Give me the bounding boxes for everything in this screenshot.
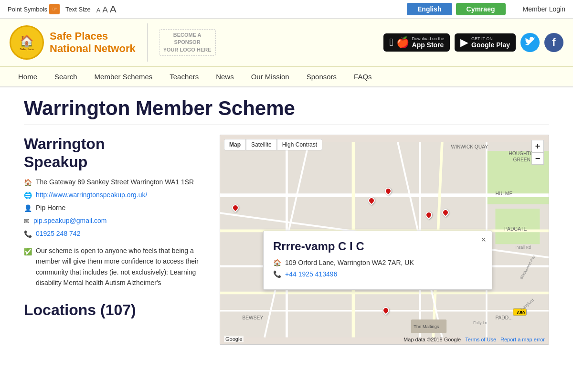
brand-line1: Safe Places [50,30,108,42]
english-button[interactable]: English [407,3,452,15]
map-pin-5[interactable] [442,209,449,216]
popup-phone-row: 📞 +44 1925 413496 [273,270,482,278]
cymraeg-button[interactable]: Cymraeg [456,3,506,15]
nav-item-home[interactable]: Home [10,67,46,86]
googleplay-sub: GET IT ON [471,36,510,41]
nav-item-faqs[interactable]: FAQs [345,67,381,86]
map-attribution: Google [224,336,244,342]
zoom-in-button[interactable]: + [531,140,544,152]
page-title: Warrington Member Scheme [24,97,549,120]
svg-text:GREEN: GREEN [513,157,531,162]
map-report[interactable]: Report a map error [500,337,545,342]
googleplay-button[interactable]: ▶ GET IT ON Google Play [455,33,516,52]
appstore-sub: Download on the [412,36,445,41]
right-column: HOUGHTON GREEN PADGATE PADD... BEWSEY HU… [220,135,549,345]
website-row: 🌐 http://www.warringtonspeakup.org.uk/ [24,191,205,199]
svg-text:HULME: HULME [495,191,512,196]
popup-close-button[interactable]: × [481,235,486,245]
locations-heading: Locations (107) [24,301,205,319]
address-text: The Gateway 89 Sankey Street Warrington … [36,178,194,186]
map-pin-6[interactable] [382,307,389,314]
tab-high-contrast[interactable]: High Contrast [277,139,322,150]
house-icon: 🏠 [20,34,34,48]
hand-icon: ☞ [52,6,57,12]
map-terms[interactable]: Terms of Use [465,337,496,342]
sponsor-line1: BECOME A [173,32,202,38]
apple-icon-unicode: 🍎 [396,36,409,49]
svg-text:BEWSEY: BEWSEY [242,315,263,320]
tab-map[interactable]: Map [224,139,246,150]
text-size-small[interactable]: A [96,7,101,14]
map-container[interactable]: HOUGHTON GREEN PADGATE PADD... BEWSEY HU… [220,135,549,345]
popup-address: 109 Orford Lane, Warrington WA2 7AR, UK [285,259,414,266]
popup-phone-link[interactable]: +44 1925 413496 [285,270,337,278]
language-buttons: English Cymraeg [407,3,505,15]
appstore-button[interactable]:  🍎 Download on the App Store [383,33,450,52]
facebook-f-letter: f [552,36,555,49]
person-icon: 👤 [24,204,32,212]
svg-text:The Maltings: The Maltings [414,324,439,329]
header-divider [147,23,148,62]
map-data-notice: Map data ©2018 Google [403,337,461,342]
popup-address-icon: 🏠 [273,259,281,266]
googleplay-name: Google Play [471,41,510,49]
address-icon: 🏠 [24,179,32,186]
nav-item-sponsors[interactable]: Sponsors [298,67,345,86]
popup-title: Rrrre-vamp C I C [273,240,482,253]
top-bar: Point Symbols ☞ Text Size A A A English … [0,0,573,19]
scheme-description: ✅ Our scheme is open to anyone who feels… [24,245,205,288]
page-content: Warrington Member Scheme WarringtonSpeak… [10,87,563,354]
member-login-link[interactable]: Member Login [523,5,566,13]
svg-text:PADGATE: PADGATE [504,226,527,232]
nav-item-search[interactable]: Search [46,67,86,86]
facebook-icon[interactable]: f [544,33,563,52]
point-symbol-icon[interactable]: ☞ [49,4,60,14]
text-sizes: A A A [96,3,117,15]
appstore-name: App Store [412,41,445,49]
brand-line2: National Network [50,42,136,54]
map-pin-4[interactable] [425,212,432,218]
site-header: 🏠 Safe place Safe Places National Networ… [0,19,573,67]
logo-circle: 🏠 Safe place [10,25,44,60]
website-link[interactable]: http://www.warringtonspeakup.org.uk/ [36,191,147,199]
twitter-svg [525,37,535,48]
svg-text:WINWICK QUAY: WINWICK QUAY [451,144,488,149]
contact-name: Pip Horne [36,204,65,212]
googleplay-text: GET IT ON Google Play [471,36,510,49]
desc-text: Our scheme is open to anyone who feels t… [36,245,205,288]
text-size-medium[interactable]: A [103,5,108,15]
desc-icon: ✅ [24,246,32,257]
zoom-out-button[interactable]: − [531,152,544,165]
title-divider [24,125,549,125]
map-pin-1[interactable] [232,204,239,211]
contact-row: 👤 Pip Horne [24,204,205,212]
text-size-large[interactable]: A [110,3,117,15]
popup-address-row: 🏠 109 Orford Lane, Warrington WA2 7AR, U… [273,259,482,266]
popup-phone-icon: 📞 [273,270,281,278]
left-column: WarringtonSpeakup 🏠 The Gateway 89 Sanke… [24,135,205,319]
sponsor-line2: SPONSOR [174,39,201,45]
phone-link[interactable]: 01925 248 742 [36,230,80,237]
svg-text:A50: A50 [517,310,525,315]
nav-item-member-schemes[interactable]: Member Schemes [86,67,161,86]
tab-satellite[interactable]: Satellite [246,139,277,150]
email-link[interactable]: pip.speakup@gmail.com [33,217,107,224]
text-size-label: Text Size [65,6,91,13]
google-logo: Google [225,336,242,342]
map-pin-3[interactable] [385,188,392,194]
nav-item-our-mission[interactable]: Our Mission [243,67,298,86]
svg-text:Folly Ln: Folly Ln [473,320,488,325]
map-attr-right: Map data ©2018 Google Terms of Use Repor… [403,337,545,342]
email-row: ✉ pip.speakup@gmail.com [24,217,205,225]
map-popup: × Rrrre-vamp C I C 🏠 109 Orford Lane, Wa… [263,231,492,290]
svg-text:PADD...: PADD... [495,315,512,320]
map-pin-2[interactable] [368,197,375,204]
map-tab-row: Map Satellite High Contrast [224,139,322,150]
twitter-icon[interactable] [520,33,540,52]
nav-item-news[interactable]: News [207,67,243,86]
phone-row: 📞 01925 248 742 [24,230,205,238]
phone-icon: 📞 [24,230,32,238]
address-row: 🏠 The Gateway 89 Sankey Street Warringto… [24,178,205,186]
sponsor-area[interactable]: BECOME A SPONSOR YOUR LOGO HERE [159,29,216,56]
nav-item-teachers[interactable]: Teachers [161,67,207,86]
